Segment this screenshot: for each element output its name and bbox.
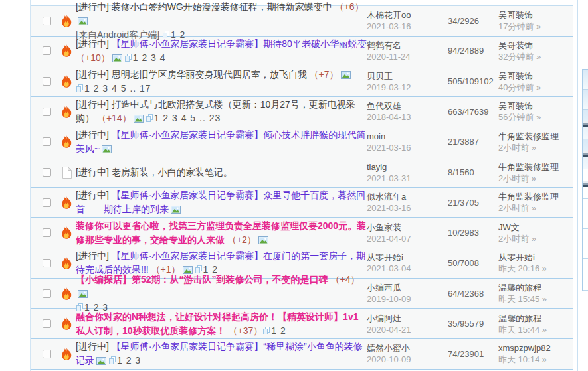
lastpost-author-link[interactable]: 从零开始i bbox=[498, 252, 571, 263]
lastpost-author-link[interactable]: 吴哥装饰 bbox=[498, 40, 571, 51]
lastpost-time-link[interactable]: 32分钟前 » bbox=[498, 52, 541, 62]
lastpost-time-link[interactable]: 2小时前 » bbox=[498, 234, 536, 244]
quicknav-cell-fragment[interactable] bbox=[583, 139, 588, 169]
post-date: 2020-04-21 bbox=[367, 325, 411, 334]
image-attachment-icon bbox=[112, 54, 122, 62]
quicknav-cell-fragment[interactable] bbox=[583, 199, 588, 229]
thread-select-checkbox[interactable] bbox=[43, 289, 51, 298]
lastpost-cell: 从零开始i昨天 20:16 » bbox=[498, 252, 571, 274]
thread-row: [进行中] 思明老旧学区房华丽变身现代四居室，放飞自我 （+7）1 2 3 4 … bbox=[31, 66, 573, 97]
thread-select-checkbox[interactable] bbox=[43, 46, 51, 55]
lastpost-author-link[interactable]: 吴哥装饰 bbox=[498, 9, 571, 21]
thread-select-checkbox[interactable] bbox=[43, 137, 51, 146]
lastpost-author-link[interactable]: 吴哥装饰 bbox=[498, 70, 571, 82]
author-name-link[interactable]: 小鱼家装 bbox=[367, 222, 448, 233]
thread-title-link[interactable]: 装修小白签约WG开始漫漫装修征程，期待新家蝶变中 bbox=[112, 1, 332, 12]
thread-row: [进行中] 【星师傅·小鱼家居家装日记争霸赛】“稀里糊涂”小鱼鱼的装修记录1 2… bbox=[31, 339, 573, 370]
lastpost-author-link[interactable]: 牛角监装修监理 bbox=[498, 161, 571, 173]
page-number-links[interactable]: 1 2 3 4 5 .. 23 bbox=[154, 113, 221, 123]
quicknav-cell-fragment[interactable] bbox=[583, 110, 588, 139]
thread-title-link[interactable]: 【星师傅·小鱼家居家装日记争霸赛】倾心技术胖胖猴的现代简美风~ bbox=[76, 129, 365, 154]
quicknav-cell-fragment[interactable] bbox=[583, 90, 588, 110]
image-attachment-icon bbox=[134, 115, 144, 123]
lastpost-time-link[interactable]: 17分钟前 » bbox=[498, 21, 541, 31]
author-name-link[interactable]: 似水流年a bbox=[367, 191, 448, 202]
thread-select-checkbox[interactable] bbox=[43, 319, 51, 328]
author-name-link[interactable]: 从零开始i bbox=[367, 252, 448, 263]
thread-status-tag[interactable]: [进行中] bbox=[76, 99, 109, 110]
lastpost-author-link[interactable]: JW文 bbox=[498, 222, 571, 233]
author-name-link[interactable]: tiayig bbox=[367, 161, 448, 173]
lastpost-time-link[interactable]: 56分钟前 » bbox=[498, 112, 541, 122]
author-name-link[interactable]: 贝贝王 bbox=[367, 70, 448, 82]
thread-title-cell: [进行中] 【星师傅·小鱼家居家装日记争霸赛】“稀里糊涂”小鱼鱼的装修记录1 2… bbox=[76, 340, 367, 368]
thread-select-checkbox[interactable] bbox=[43, 259, 51, 267]
right-quicknav-panel[interactable] bbox=[582, 69, 588, 291]
quicknav-cell-fragment[interactable] bbox=[583, 70, 588, 90]
author-name-link[interactable]: 鹤鹤有名 bbox=[367, 40, 448, 51]
thread-title-link[interactable]: 【星师傅·小鱼家居家装日记争霸赛】在厦门的第一套房子，期待完成后的效果!!! bbox=[76, 250, 365, 275]
thread-status-tag[interactable]: [进行中] bbox=[76, 38, 109, 49]
thread-select-checkbox[interactable] bbox=[43, 228, 51, 237]
thread-title-link[interactable]: 思明老旧学区房华丽变身现代四居室，放飞自我 bbox=[112, 69, 307, 80]
thread-status-tag[interactable]: [进行中] bbox=[76, 250, 109, 261]
lastpost-author-link[interactable]: 牛角监装修监理 bbox=[498, 191, 571, 202]
lastpost-time-link[interactable]: 2小时前 » bbox=[498, 143, 536, 153]
lastpost-author-link[interactable]: 温馨的旅程 bbox=[498, 313, 571, 324]
lastpost-cell: xmspzpwjp82昨天 10:14 » bbox=[498, 342, 571, 365]
quicknav-cell-fragment[interactable] bbox=[583, 259, 588, 291]
thread-title-link[interactable]: 【星师傅·小鱼家居家装日记争霸赛】期待80平老破小华丽蜕变 bbox=[112, 38, 367, 49]
thread-status-tag[interactable]: [进行中] bbox=[76, 190, 109, 200]
lastpost-cell: 牛角监装修监理2小时前 » bbox=[498, 191, 571, 214]
thread-status-tag[interactable]: [进行中] bbox=[76, 167, 109, 177]
lastpost-author-link[interactable]: xmspzpwjp82 bbox=[498, 342, 571, 354]
author-name-link[interactable]: 鱼代双雄 bbox=[367, 100, 448, 111]
thread-select-checkbox[interactable] bbox=[43, 350, 51, 358]
author-name-link[interactable]: 小编西瓜 bbox=[367, 282, 448, 293]
recommend-count: （+10） bbox=[76, 52, 110, 63]
image-attachment-icon bbox=[341, 71, 351, 79]
lastpost-time-link[interactable]: 昨天 20:16 » bbox=[498, 263, 547, 273]
page-number-links[interactable]: 1 2 3 4 5 .. 17 bbox=[84, 83, 151, 94]
thread-row: 装修你可以更省心啦，找第三方监理负责全屋装修监理仅要2000元。装修那些专业的事… bbox=[31, 218, 573, 248]
page-number-links[interactable]: 1 2 3 bbox=[117, 355, 141, 366]
author-cell: moin2021-03-16 bbox=[367, 131, 448, 153]
lastpost-time-link[interactable]: 2小时前 » bbox=[498, 173, 536, 183]
thread-status-tag[interactable]: [进行中] bbox=[76, 69, 109, 80]
page-number-links[interactable]: 1 2 3 4 bbox=[133, 52, 166, 63]
thread-type-cell bbox=[57, 44, 76, 57]
lastpost-author-link[interactable]: 吴哥装饰 bbox=[498, 100, 571, 111]
lastpost-time-link[interactable]: 昨天 10:14 » bbox=[498, 354, 547, 364]
thread-title-link[interactable]: 【星师傅·小鱼家居家装日记争霸赛】众里寻他千百度，暮然回首——期待上岸的到来 bbox=[76, 190, 365, 214]
quicknav-cell-fragment[interactable] bbox=[583, 169, 588, 199]
thread-select-checkbox[interactable] bbox=[43, 17, 51, 25]
hot-flame-icon bbox=[61, 257, 72, 269]
quicknav-cell-fragment[interactable] bbox=[583, 229, 588, 259]
thread-status-tag[interactable]: [进行中] bbox=[76, 341, 109, 352]
lastpost-time-link[interactable]: 昨天 15:45 » bbox=[498, 294, 547, 304]
thread-select-checkbox[interactable] bbox=[43, 168, 51, 177]
reply-view-counts: 35/95579 bbox=[448, 319, 498, 329]
author-name-link[interactable]: moin bbox=[367, 131, 448, 142]
lastpost-time-link[interactable]: 40分钟前 » bbox=[498, 82, 541, 92]
thread-status-tag[interactable]: [进行中] bbox=[76, 129, 109, 140]
post-date: 2021-03-16 bbox=[367, 21, 411, 31]
lastpost-time-link[interactable]: 2小时前 » bbox=[498, 203, 536, 213]
thread-status-tag[interactable]: [进行中] bbox=[76, 1, 109, 12]
thread-title-link[interactable]: 融合你对家的N种想法，让好设计对得起高房价！【精英设计师】1v1私人订制，10秒… bbox=[76, 311, 358, 336]
thread-select-checkbox[interactable] bbox=[43, 108, 51, 116]
thread-title-link[interactable]: 【小编探店】第52期：从“游击队”到装修公司，不变的是口碑 bbox=[76, 274, 328, 285]
thread-title-link[interactable]: 老房新装，小白的家装笔记。 bbox=[112, 167, 233, 177]
thread-row: 融合你对家的N种想法，让好设计对得起高房价！【精英设计师】1v1私人订制，10秒… bbox=[31, 309, 573, 339]
author-name-link[interactable]: 嫣然小蜜小 bbox=[367, 342, 448, 354]
author-name-link[interactable]: 木棉花开oo bbox=[367, 9, 448, 21]
thread-select-checkbox[interactable] bbox=[43, 77, 51, 86]
page-number-links[interactable]: 1 2 bbox=[271, 325, 286, 336]
lastpost-author-link[interactable]: 牛角监装修监理 bbox=[498, 131, 571, 142]
thread-select-checkbox[interactable] bbox=[43, 198, 51, 207]
thread-title-link[interactable]: 装修你可以更省心啦，找第三方监理负责全屋装修监理仅要2000元。装修那些专业的事… bbox=[76, 220, 366, 245]
lastpost-time-link[interactable]: 昨天 15:44 » bbox=[498, 325, 547, 334]
thread-type-cell bbox=[57, 287, 76, 300]
lastpost-author-link[interactable]: 温馨的旅程 bbox=[498, 282, 571, 293]
author-name-link[interactable]: 小编阿灶 bbox=[367, 313, 448, 324]
